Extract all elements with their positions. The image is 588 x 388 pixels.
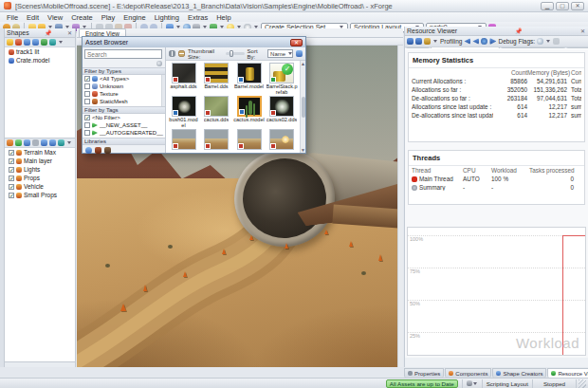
thread-row-summary[interactable]: Summary - - 0: [409, 183, 584, 192]
tab-shape-creators[interactable]: Shape Creators: [492, 368, 546, 378]
sort-direction-icon[interactable]: [296, 50, 303, 57]
filter-checkbox[interactable]: [84, 91, 90, 97]
assets-status-button[interactable]: All Assets are up to Date: [386, 379, 458, 388]
filter-type-texture[interactable]: Texture: [83, 90, 165, 98]
asset-tile[interactable]: [266, 129, 298, 150]
status-sync-cell[interactable]: [462, 379, 482, 388]
add-shape-icon[interactable]: [7, 39, 13, 46]
sort-by-combo[interactable]: Name: [267, 49, 293, 58]
scroll-up-icon[interactable]: ▲: [301, 62, 305, 65]
filter-checkbox[interactable]: [84, 83, 90, 89]
move-up-icon[interactable]: [24, 39, 30, 46]
search-input[interactable]: [84, 49, 162, 59]
add-layer-icon[interactable]: [15, 139, 22, 146]
maximize-button[interactable]: ▢: [556, 2, 569, 10]
filter-checkbox[interactable]: [84, 99, 90, 104]
viewport-scrollbar[interactable]: [397, 46, 403, 367]
resume-profiling-icon[interactable]: [415, 38, 422, 45]
shape-item-crate[interactable]: Crate.model: [5, 56, 75, 65]
filter-checkbox[interactable]: [84, 130, 90, 136]
menu-extras[interactable]: Extras: [188, 13, 208, 22]
filter-tag-newasset[interactable]: __NEW_ASSET__: [83, 121, 165, 129]
layer-checkbox[interactable]: [9, 150, 14, 156]
close-icon[interactable]: ✕: [290, 39, 303, 46]
pause-profiling-icon[interactable]: [407, 38, 413, 45]
menu-lighting[interactable]: Lighting: [155, 13, 179, 22]
layer-lock-icon[interactable]: [58, 139, 64, 146]
filter-checkbox[interactable]: [84, 76, 90, 82]
menu-create[interactable]: Create: [71, 13, 93, 22]
asset-grid-scrollbar[interactable]: ▲ ▼: [300, 61, 305, 153]
menu-edit[interactable]: Edit: [27, 13, 39, 22]
scroll-down-icon[interactable]: ▼: [301, 148, 305, 152]
debug-flags-icon[interactable]: [537, 38, 543, 45]
list-view-icon[interactable]: [178, 50, 185, 57]
layer-up-icon[interactable]: [41, 139, 47, 146]
filter-type-unknown[interactable]: Unknown: [83, 83, 165, 90]
menu-engine[interactable]: Engine: [123, 13, 145, 22]
move-down-icon[interactable]: [32, 39, 39, 46]
asset-tile-selected[interactable]: cactus.model: [233, 96, 265, 128]
workload-graph[interactable]: 100% 75% 50% 25% Workload: [407, 227, 586, 356]
debug-options-icon[interactable]: [553, 38, 560, 45]
scrollbar-thumb[interactable]: [302, 97, 305, 118]
resize-grip[interactable]: [579, 379, 586, 388]
tab-resource-viewer[interactable]: Resource Viewer: [547, 368, 588, 378]
thread-row-main[interactable]: Main Thread AUTO 100 % 0: [409, 175, 584, 183]
delete-layer-icon[interactable]: [32, 139, 39, 146]
tab-properties[interactable]: Properties: [404, 368, 444, 378]
tab-components[interactable]: Components: [445, 368, 491, 378]
asset-tile[interactable]: Barrel.model: [233, 63, 265, 95]
asset-tile[interactable]: Barrel.dds: [201, 63, 232, 95]
search-icon[interactable]: [156, 61, 162, 66]
menu-help[interactable]: Help: [216, 13, 230, 22]
layer-row-lights[interactable]: Lights: [5, 165, 75, 174]
layer-checkbox[interactable]: [9, 176, 14, 181]
asset-tile[interactable]: cactus.dds: [201, 96, 232, 128]
asset-tile[interactable]: [233, 129, 265, 150]
filter-type-staticmesh[interactable]: StaticMesh: [83, 98, 165, 105]
layer-down-icon[interactable]: [49, 139, 56, 146]
new-layer-icon[interactable]: [7, 139, 13, 146]
close-icon[interactable]: ✕: [579, 28, 586, 34]
menu-file[interactable]: File: [7, 13, 18, 22]
layer-checkbox[interactable]: [9, 193, 14, 198]
menu-play[interactable]: Play: [101, 13, 116, 22]
pin-icon[interactable]: 📌: [515, 28, 522, 34]
refresh-library-icon[interactable]: [85, 147, 92, 154]
shape-filter-icon[interactable]: [49, 39, 56, 46]
filter-type-all[interactable]: <All Types>: [83, 75, 165, 83]
thumbnail-size-slider[interactable]: [226, 52, 244, 55]
layer-row-props[interactable]: Props: [5, 174, 75, 182]
asset-tile[interactable]: bush01.model: [168, 96, 199, 128]
step-back-icon[interactable]: [464, 38, 470, 45]
layer-row-vehicle[interactable]: Vehicle: [5, 182, 75, 191]
asset-tile[interactable]: BarrelStack.prefab: [266, 63, 298, 95]
asset-tile[interactable]: [168, 129, 199, 150]
filter-checkbox[interactable]: [84, 122, 90, 128]
frame-back-icon[interactable]: [472, 38, 479, 45]
shape-item-track[interactable]: track1 lit: [5, 47, 75, 56]
link-shape-icon[interactable]: [41, 39, 47, 46]
filter-tag-nofilter[interactable]: <No Filter>: [83, 114, 165, 121]
grid-view-icon[interactable]: [169, 50, 175, 57]
pin-icon[interactable]: 📌: [45, 29, 51, 36]
layer-checkbox[interactable]: [9, 158, 14, 164]
slider-thumb[interactable]: [230, 50, 233, 57]
record-icon[interactable]: [481, 38, 487, 45]
layer-row-smallprops[interactable]: Small Props: [5, 191, 75, 199]
debug-flags-dropdown-icon[interactable]: [546, 40, 550, 43]
minimize-button[interactable]: ▁: [541, 2, 554, 10]
filter-tag-autogenerated[interactable]: __AUTOGENERATED__: [83, 129, 165, 137]
close-icon[interactable]: ✕: [66, 29, 73, 36]
asset-tile[interactable]: cactus02.dds: [266, 96, 298, 128]
close-button[interactable]: ✕: [571, 2, 584, 10]
library-icon[interactable]: [95, 147, 101, 154]
menu-view[interactable]: View: [47, 13, 63, 22]
filter-checkbox[interactable]: [84, 115, 90, 120]
export-profile-icon[interactable]: [424, 38, 431, 45]
remove-shape-icon[interactable]: [15, 39, 22, 46]
asset-tile[interactable]: asphalt.dds: [168, 63, 199, 95]
asset-tile[interactable]: [201, 129, 232, 150]
filter-types-scrollbar[interactable]: [161, 75, 165, 106]
